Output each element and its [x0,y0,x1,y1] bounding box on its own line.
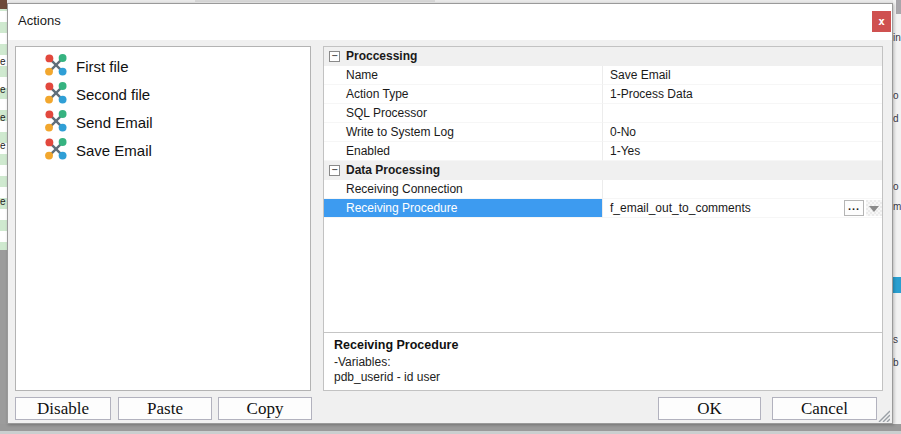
ellipsis-button[interactable]: ... [844,200,864,216]
property-row-receiving-connection[interactable]: Receiving Connection [324,180,882,199]
list-item-label: Send Email [76,114,153,131]
background-text-fragment: b [893,357,901,368]
background-text-fragment: o [893,90,901,101]
action-icon [45,82,67,107]
close-icon[interactable]: x [872,11,891,32]
list-item-save-email[interactable]: Save Email [16,136,310,164]
property-row-enabled[interactable]: Enabled 1-Yes [324,142,882,161]
property-value[interactable] [602,104,882,123]
resize-grip[interactable] [876,408,890,421]
section-label: Data Processing [346,161,440,180]
property-name: Enabled [324,142,602,161]
description-line: pdb_userid - id user [334,370,872,385]
list-item-second-file[interactable]: Second file [16,80,310,108]
property-value[interactable]: 1-Yes [602,142,882,161]
background-window-edge [195,0,435,2]
action-icon [45,110,67,135]
property-row-write-to-system-log[interactable]: Write to System Log 0-No [324,123,882,142]
background-text-fragment: e [0,140,7,151]
disable-button[interactable]: Disable [15,397,111,420]
property-grid: − Proccessing Name Save Email Action Typ… [323,46,883,391]
copy-button[interactable]: Copy [218,397,312,420]
collapse-icon[interactable]: − [329,165,340,176]
property-value[interactable] [602,180,882,199]
list-item-first-file[interactable]: First file [16,52,310,80]
ok-button[interactable]: OK [658,397,761,420]
background-text-fragment: e [0,196,7,207]
background-selected-row-fragment [893,277,901,293]
property-value[interactable]: Save Email [602,66,882,85]
background-text-fragment: o [893,181,901,192]
section-label: Proccessing [346,47,417,66]
list-item-label: Second file [76,86,150,103]
section-header-data-processing[interactable]: − Data Processing [324,161,882,180]
list-item-label: Save Email [76,142,152,159]
property-name: Name [324,66,602,85]
background-text-fragment: e [0,56,7,67]
chevron-down-icon [869,206,879,212]
background-text-fragment: e [0,84,7,95]
paste-button[interactable]: Paste [118,397,212,420]
action-icon [45,54,67,79]
collapse-icon[interactable]: − [329,51,340,62]
property-name: Receiving Procedure [324,199,602,218]
list-item-label: First file [76,58,129,75]
background-window-fragment [0,0,7,9]
property-row-sql-processor[interactable]: SQL Processor [324,104,882,123]
background-text-fragment: in [893,32,901,43]
property-name: SQL Processor [324,104,602,123]
property-value[interactable]: 1-Process Data [602,85,882,104]
background-window-fragment [0,250,7,434]
description-line: -Variables: [334,355,872,370]
property-value: f_email_out_to_comments [610,201,751,215]
property-value[interactable]: 0-No [602,123,882,142]
property-value-editor[interactable]: f_email_out_to_comments ... [602,199,882,218]
property-row-action-type[interactable]: Action Type 1-Process Data [324,85,882,104]
section-header-proccessing[interactable]: − Proccessing [324,47,882,66]
property-description-pane: Receiving Procedure -Variables: pdb_user… [324,332,882,390]
property-row-receiving-procedure[interactable]: Receiving Procedure f_email_out_to_comme… [324,199,882,218]
actions-dialog: Actions x First file Second file [7,3,893,424]
cancel-button[interactable]: Cancel [772,397,877,420]
background-window-fragment [896,0,901,14]
background-text-fragment: e [0,112,7,123]
list-item-send-email[interactable]: Send Email [16,108,310,136]
description-title: Receiving Procedure [334,338,872,352]
property-row-name[interactable]: Name Save Email [324,66,882,85]
property-name: Action Type [324,85,602,104]
dialog-title: Actions [18,13,61,28]
property-name: Write to System Log [324,123,602,142]
action-list: First file Second file Send Email [15,46,311,391]
dropdown-button[interactable] [866,200,882,216]
property-name: Receiving Connection [324,180,602,199]
title-bar[interactable]: Actions x [8,4,892,40]
background-window-strip [893,0,901,434]
background-text-fragment: d [893,113,901,124]
action-icon [45,138,67,163]
background-text-fragment: s [893,334,901,345]
background-text-fragment: m [893,201,901,212]
